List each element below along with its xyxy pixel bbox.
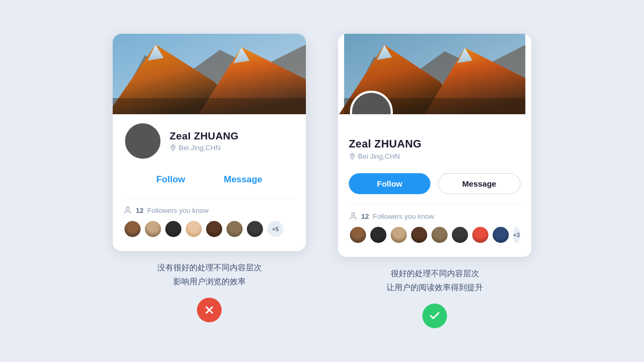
bad-avatar [123, 122, 162, 160]
good-followers-count: 12 [361, 212, 369, 220]
good-avatar [350, 91, 393, 114]
follower-avatar-2 [144, 220, 162, 238]
good-followers-text: Followers you know [372, 212, 434, 220]
bad-follow-button[interactable]: Follow [148, 171, 194, 188]
bad-followers-count: 12 [136, 206, 143, 215]
location-icon-good [349, 153, 356, 160]
good-follower-avatar-5 [430, 226, 449, 244]
good-example-item: Zeal ZHUANG Bei Jing,CHN Follow Message [338, 34, 531, 328]
bad-avatars-row: +5 [123, 220, 295, 238]
good-profile-section: Zeal ZHUANG Bei Jing,CHN [349, 114, 521, 167]
bad-status-icon [197, 298, 222, 322]
follower-avatar-6 [225, 220, 244, 238]
bad-caption: 没有很好的处理不同内容层次 影响用户浏览的效率 [157, 261, 262, 288]
bad-profile-card: Zeal ZHUANG Bei Jing,CHN Follow Message [113, 34, 306, 251]
bad-followers-label: 12 Followers you know [123, 206, 295, 215]
person-icon [123, 206, 132, 215]
good-user-location: Bei Jing,CHN [349, 152, 521, 160]
good-card-cover [338, 34, 531, 114]
bad-user-location: Bei Jing,CHN [170, 144, 239, 152]
good-follower-avatar-4 [410, 226, 428, 244]
good-card-body: Zeal ZHUANG Bei Jing,CHN Follow Message [338, 114, 531, 257]
good-follower-avatar-8 [492, 226, 510, 244]
good-followers-section: 12 Followers you know +3 [349, 204, 521, 248]
follower-avatar-1 [123, 220, 142, 238]
follower-avatar-4 [185, 220, 203, 238]
bad-followers-text: Followers you know [147, 206, 208, 215]
good-follower-avatar-7 [471, 226, 489, 244]
svg-point-8 [126, 207, 129, 210]
bad-action-buttons: Follow Message [123, 166, 295, 198]
location-icon [170, 144, 177, 151]
x-icon [203, 304, 215, 316]
good-action-buttons: Follow Message [349, 167, 521, 204]
follower-avatar-5 [205, 220, 223, 238]
comparison-container: Zeal ZHUANG Bei Jing,CHN Follow Message [113, 34, 531, 328]
bad-example-item: Zeal ZHUANG Bei Jing,CHN Follow Message [113, 34, 306, 322]
svg-rect-6 [113, 98, 306, 114]
good-follow-button[interactable]: Follow [349, 173, 430, 194]
good-follower-avatar-6 [451, 226, 469, 244]
svg-point-7 [172, 146, 174, 148]
good-caption: 很好的处理不同内容层次 让用户的阅读效率得到提升 [386, 267, 483, 294]
good-user-name: Zeal ZHUANG [349, 138, 521, 150]
bad-card-body: Zeal ZHUANG Bei Jing,CHN Follow Message [113, 114, 306, 251]
svg-point-18 [352, 155, 353, 157]
check-icon [429, 310, 441, 322]
svg-point-19 [352, 213, 354, 216]
bad-followers-section: 12 Followers you know +5 [123, 198, 295, 242]
good-avatars-row: +3 [349, 226, 521, 244]
good-follower-avatar-3 [390, 226, 408, 244]
good-status-icon [422, 304, 447, 328]
good-message-button[interactable]: Message [438, 173, 521, 194]
good-follower-avatar-2 [369, 226, 387, 244]
bad-profile-section: Zeal ZHUANG Bei Jing,CHN [123, 114, 295, 166]
good-more-badge: +3 [512, 226, 521, 244]
bad-more-badge: +5 [266, 220, 284, 238]
good-follower-avatar-1 [349, 226, 367, 244]
follower-avatar-7 [246, 220, 264, 238]
follower-avatar-3 [164, 220, 182, 238]
person-icon-good [349, 212, 357, 220]
bad-message-button[interactable]: Message [215, 171, 271, 188]
good-profile-card: Zeal ZHUANG Bei Jing,CHN Follow Message [338, 34, 531, 257]
bad-user-name: Zeal ZHUANG [170, 130, 239, 142]
bad-card-cover [113, 34, 306, 114]
good-followers-label: 12 Followers you know [349, 212, 521, 220]
good-avatar-wrapper [350, 91, 393, 114]
bad-user-info: Zeal ZHUANG Bei Jing,CHN [170, 130, 239, 152]
